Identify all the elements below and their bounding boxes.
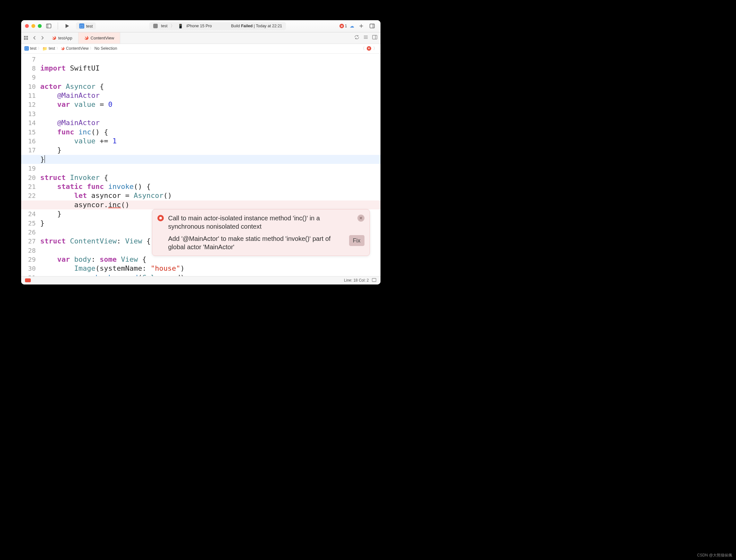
diagnostic-popup: Call to main actor-isolated instance met…: [152, 209, 370, 256]
minimize-window-button[interactable]: [31, 24, 35, 28]
scheme-name: test: [86, 24, 93, 29]
tab-contentview[interactable]: ContentView: [79, 32, 120, 44]
tabbar: testApp ContentView: [21, 32, 380, 44]
svg-rect-9: [26, 38, 28, 40]
swift-file-icon: [84, 36, 89, 40]
cursor-position: Line: 18 Col: 2: [344, 278, 368, 283]
nav-forward-button[interactable]: [38, 32, 46, 44]
jumpbar-segment[interactable]: ⬚test: [24, 46, 37, 51]
code-editor[interactable]: 7891011121314151617181920212223242526272…: [21, 54, 380, 276]
error-indicator-icon[interactable]: ✕: [367, 46, 371, 51]
target-device: iPhone 15 Pro: [186, 24, 212, 28]
tab-label: ContentView: [91, 36, 114, 40]
lines-icon[interactable]: [363, 35, 368, 41]
svg-rect-8: [24, 38, 25, 40]
close-diagnostic-button[interactable]: ✕: [358, 215, 365, 222]
activity-pill[interactable]: test 〉 📱 iPhone 15 Pro Build Failed | To…: [149, 22, 286, 30]
svg-rect-13: [372, 35, 377, 39]
xcode-window: ⬚ test test 〉 📱 iPhone 15 Pro Build Fail…: [21, 20, 380, 284]
folder-icon: 📁: [42, 46, 47, 51]
error-count-badge[interactable]: ✕ 1: [340, 24, 347, 28]
scheme-selector[interactable]: ⬚ test: [76, 22, 96, 30]
add-button[interactable]: [357, 22, 366, 30]
fix-suggestion: Add '@MainActor' to make static method '…: [168, 234, 345, 251]
window-controls: [25, 24, 42, 28]
toggle-navigator-button[interactable]: [44, 22, 53, 30]
close-window-button[interactable]: [25, 24, 29, 28]
diagnostic-message: Call to main actor-isolated instance met…: [168, 214, 353, 231]
split-editor-icon[interactable]: [372, 35, 377, 41]
device-icon: 📱: [178, 24, 183, 29]
jumpbar-segment[interactable]: 📁test: [42, 46, 55, 51]
swift-file-icon: [52, 36, 56, 40]
refresh-icon[interactable]: [354, 35, 360, 41]
svg-rect-6: [24, 36, 25, 38]
error-count: 1: [345, 24, 347, 28]
svg-rect-4: [369, 24, 374, 28]
run-button[interactable]: [63, 22, 72, 30]
tab-testapp[interactable]: testApp: [46, 32, 79, 44]
statusbar: Line: 18 Col: 2: [21, 276, 380, 284]
toggle-inspector-button[interactable]: [368, 22, 376, 30]
canvas-icon[interactable]: [372, 278, 376, 283]
target-app: test: [161, 24, 167, 28]
build-status: Build Failed | Today at 22:21: [231, 24, 282, 28]
tab-grid-button[interactable]: [21, 32, 31, 44]
svg-rect-15: [372, 278, 376, 282]
line-gutter: 7891011121314151617181920212223242526272…: [21, 54, 40, 276]
chevron-right-icon[interactable]: 〉: [373, 46, 377, 51]
svg-rect-7: [26, 36, 28, 38]
jumpbar-segment[interactable]: No Selection: [94, 46, 117, 51]
svg-rect-0: [46, 24, 51, 28]
chevron-left-icon[interactable]: 〈: [361, 46, 365, 51]
swift-file-icon: [61, 47, 65, 50]
error-indicator[interactable]: [25, 278, 31, 282]
zoom-window-button[interactable]: [38, 24, 42, 28]
app-icon: ⬚: [79, 23, 84, 29]
tab-label: testApp: [58, 36, 72, 40]
fix-button[interactable]: Fix: [349, 235, 365, 246]
error-icon: [157, 215, 164, 221]
target-app-icon: [153, 24, 158, 28]
jumpbar: ⬚test 〉 📁test 〉 ContentView 〉 No Selecti…: [21, 44, 380, 54]
activity-view: test 〉 📱 iPhone 15 Pro Build Failed | To…: [98, 22, 337, 30]
error-icon: ✕: [340, 24, 344, 28]
titlebar: ⬚ test test 〉 📱 iPhone 15 Pro Build Fail…: [21, 20, 380, 32]
jumpbar-segment[interactable]: ContentView: [61, 46, 89, 51]
cloud-status-icon[interactable]: ☁︎: [350, 23, 354, 29]
nav-back-button[interactable]: [31, 32, 38, 44]
project-icon: ⬚: [24, 46, 29, 51]
